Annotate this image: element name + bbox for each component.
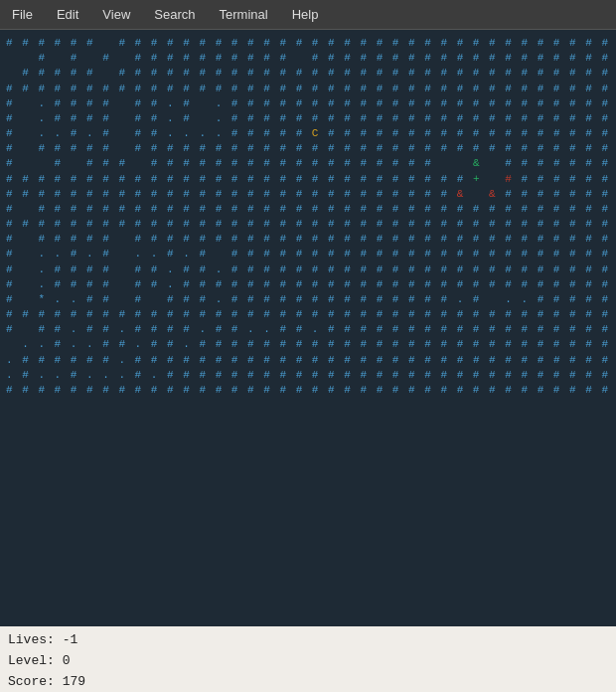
menu-terminal[interactable]: Terminal [216,5,272,24]
score-line: Score: 179 [8,672,608,692]
status-bar: Lives: -1 Level: 0 Score: 179 [rufsc@cst… [0,626,616,692]
score-label: Score: [8,674,55,689]
lives-value: -1 [63,632,78,647]
menu-view[interactable]: View [98,5,134,24]
score-value: 179 [63,674,85,689]
terminal-area[interactable]: # # # # # # # # # # # # # # # # # # # # … [0,30,616,626]
lives-label: Lives: [8,632,55,647]
menu-bar: File Edit View Search Terminal Help [0,0,616,30]
level-label: Level: [8,653,55,668]
menu-help[interactable]: Help [288,5,323,24]
lives-line: Lives: -1 [8,630,608,651]
game-display: # # # # # # # # # # # # # # # # # # # # … [2,34,614,400]
level-line: Level: 0 [8,651,608,672]
level-value: 0 [63,653,71,668]
menu-file[interactable]: File [8,5,37,24]
menu-search[interactable]: Search [150,5,199,24]
menu-edit[interactable]: Edit [53,5,82,24]
